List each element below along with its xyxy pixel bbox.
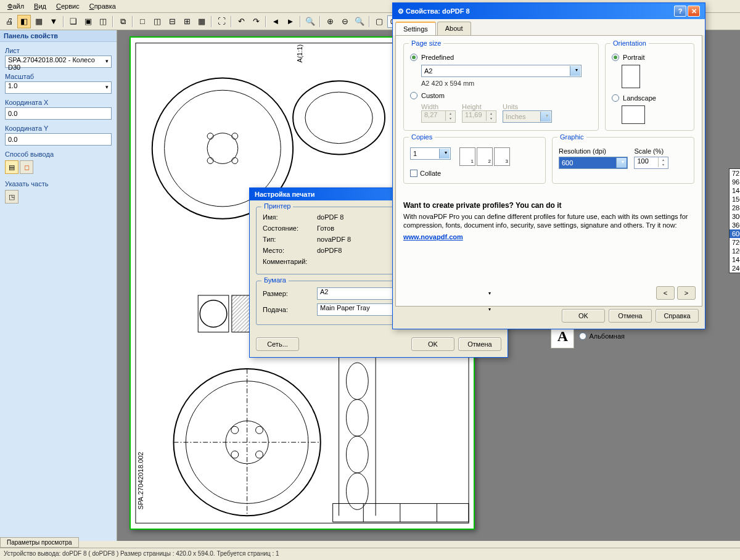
- menu-file[interactable]: Файл: [4, 1, 28, 11]
- help-icon[interactable]: ?: [674, 6, 686, 17]
- gear-icon: ⚙: [398, 7, 404, 15]
- page-size-legend: Page size: [409, 39, 443, 47]
- panel-title: Панель свойств: [0, 30, 117, 42]
- promo-text: With novaPDF Pro you can define differen…: [403, 212, 694, 229]
- rotate-left-icon[interactable]: ↶: [234, 15, 248, 28]
- landscape-icon: [622, 105, 645, 124]
- predefined-size-select[interactable]: A2: [421, 65, 582, 77]
- svg-point-25: [346, 436, 368, 473]
- nav-left-icon[interactable]: ◄: [269, 15, 282, 28]
- copies-select[interactable]: 1: [410, 147, 451, 160]
- tab-settings[interactable]: Settings: [395, 22, 436, 35]
- width-input: 8,27: [421, 110, 456, 123]
- promo-link[interactable]: www.novapdf.com: [403, 233, 463, 241]
- radio-custom[interactable]: Custom: [410, 92, 592, 99]
- next-button[interactable]: >: [677, 286, 696, 300]
- output-mode-1[interactable]: ▤: [5, 160, 18, 174]
- svg-point-23: [346, 363, 368, 400]
- sheet-select[interactable]: SPA.27042018.002 - Колесо D30: [5, 56, 112, 68]
- props-titlebar[interactable]: ⚙ Свойства: doPDF 8 ? ✕: [393, 3, 705, 19]
- resolution-select[interactable]: 600: [559, 157, 628, 169]
- coordx-input[interactable]: [5, 107, 112, 120]
- svg-rect-29: [333, 503, 469, 522]
- nav-right-icon[interactable]: ►: [284, 15, 297, 28]
- height-input: 11,69: [462, 110, 496, 123]
- filter-icon[interactable]: ▼: [47, 15, 60, 28]
- props-cancel-button[interactable]: Отмена: [609, 309, 652, 323]
- sheet-label: Лист: [5, 47, 112, 54]
- tool-btn-6[interactable]: ⧉: [116, 15, 130, 28]
- scale-input[interactable]: 100: [634, 157, 668, 169]
- radio-predefined[interactable]: Predefined: [410, 54, 592, 61]
- svg-point-6: [207, 157, 213, 163]
- select-part-btn[interactable]: ◳: [5, 190, 18, 204]
- part-label: Указать часть: [5, 180, 112, 187]
- dpi-option[interactable]: 360: [730, 221, 740, 229]
- svg-point-24: [346, 400, 368, 437]
- layout-1-icon[interactable]: □: [136, 15, 149, 28]
- layout-3-icon[interactable]: ⊟: [165, 15, 179, 28]
- resolution-dropdown[interactable]: 7296144150288300360600720120014402400: [729, 168, 740, 273]
- zoom-in-icon[interactable]: ⊕: [323, 15, 337, 28]
- menu-help[interactable]: Справка: [86, 1, 120, 11]
- scale-label: Масштаб: [5, 73, 112, 80]
- props-ok-button[interactable]: OK: [562, 309, 605, 323]
- dpi-option[interactable]: 720: [730, 238, 740, 247]
- print-setup-title: Настройка печати: [255, 191, 315, 198]
- props-help-button[interactable]: Справка: [656, 309, 699, 323]
- svg-text:SPA.27042018.002: SPA.27042018.002: [137, 452, 144, 510]
- tool-btn-2[interactable]: ▦: [32, 15, 46, 28]
- rotate-right-icon[interactable]: ↷: [249, 15, 263, 28]
- close-icon[interactable]: ✕: [688, 6, 700, 17]
- layout-2-icon[interactable]: ◫: [150, 15, 164, 28]
- zoom-region-icon[interactable]: 🔍: [353, 15, 366, 28]
- dpi-option[interactable]: 1440: [730, 255, 740, 264]
- menu-service[interactable]: Сервис: [52, 1, 83, 11]
- prev-button[interactable]: <: [656, 286, 675, 300]
- menu-view[interactable]: Вид: [30, 1, 50, 11]
- dpi-option[interactable]: 144: [730, 186, 740, 195]
- dpi-option[interactable]: 72: [730, 169, 740, 178]
- output-mode-2[interactable]: ◻: [20, 160, 33, 174]
- tool-btn-4[interactable]: ▣: [81, 15, 95, 28]
- statusbar: Устройство вывода: doPDF 8 ( doPDF8 ) Ра…: [0, 548, 740, 560]
- tool-btn-3[interactable]: ❑: [67, 15, 80, 28]
- radio-portrait[interactable]: Portrait: [612, 54, 688, 61]
- dpi-option[interactable]: 1200: [730, 247, 740, 255]
- coordy-label: Координата Y: [5, 125, 112, 132]
- copies-legend: Copies: [409, 133, 435, 141]
- coordy-input[interactable]: [5, 133, 112, 146]
- dpi-option[interactable]: 96: [730, 178, 740, 186]
- tool-btn-1[interactable]: ◧: [17, 15, 31, 28]
- svg-rect-11: [198, 295, 229, 332]
- svg-point-13: [200, 300, 227, 327]
- svg-text:A(1:1): A(1:1): [296, 44, 303, 63]
- radio-landscape[interactable]: Альбомная: [579, 332, 625, 340]
- printer-legend: Принтер: [261, 202, 293, 210]
- print-icon[interactable]: 🖨: [2, 15, 16, 28]
- layout-4-icon[interactable]: ⊞: [180, 15, 194, 28]
- fit-icon[interactable]: ⛶: [215, 15, 228, 28]
- dpi-option[interactable]: 150: [730, 195, 740, 204]
- units-select: Inches: [503, 110, 552, 123]
- dpi-option[interactable]: 2400: [730, 264, 740, 273]
- print-ok-button[interactable]: OK: [411, 337, 454, 351]
- layout-5-icon[interactable]: ▦: [195, 15, 208, 28]
- dpi-option[interactable]: 300: [730, 212, 740, 221]
- output-label: Способ вывода: [5, 150, 112, 158]
- svg-point-3: [207, 133, 238, 164]
- print-cancel-button[interactable]: Отмена: [458, 337, 501, 351]
- dpi-option[interactable]: 600: [730, 229, 740, 238]
- dpi-option[interactable]: 288: [730, 204, 740, 212]
- scale-select[interactable]: 1.0: [5, 81, 112, 94]
- zoom-100-icon[interactable]: ▢: [372, 15, 386, 28]
- zoom-fit-icon[interactable]: 🔍: [303, 15, 317, 28]
- network-button[interactable]: Сеть...: [256, 337, 299, 351]
- zoom-out-icon[interactable]: ⊖: [338, 15, 352, 28]
- paper-legend: Бумага: [261, 276, 289, 284]
- bottom-tab-params[interactable]: Параметры просмотра: [0, 537, 79, 548]
- tab-about[interactable]: About: [437, 22, 471, 35]
- tool-btn-5[interactable]: ◫: [96, 15, 110, 28]
- collate-checkbox[interactable]: Collate: [410, 170, 539, 177]
- radio-landscape-prop[interactable]: Landscape: [612, 94, 688, 102]
